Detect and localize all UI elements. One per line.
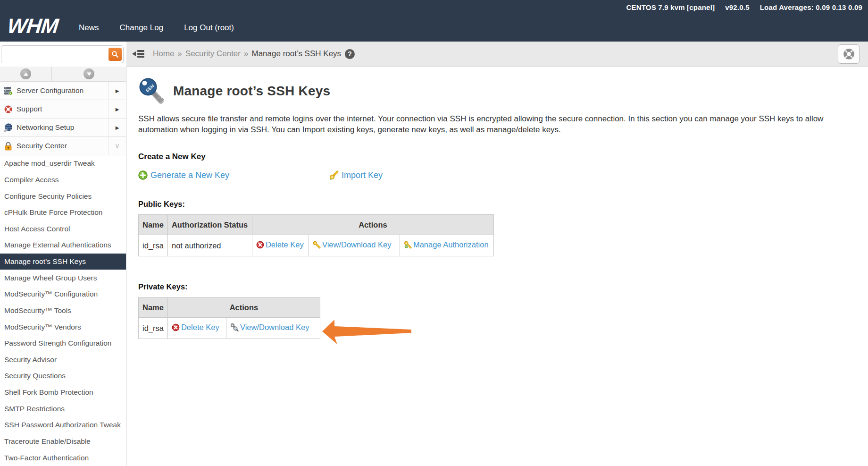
chevron-right-icon: ▶ xyxy=(108,119,126,136)
column-actions: Actions xyxy=(252,215,493,235)
authorization-status-cell: not authorized xyxy=(167,235,252,256)
sidebar-item[interactable]: Apache mod_userdir Tweak xyxy=(0,155,126,172)
manage-authorization-cell: Manage Authorization xyxy=(400,235,493,256)
sidebar-item[interactable]: cPHulk Brute Force Protection xyxy=(0,204,126,221)
category-label: Server Configuration xyxy=(17,86,108,95)
sidebar-item[interactable]: Compiler Access xyxy=(0,172,126,188)
key-icon xyxy=(329,170,339,180)
view-download-key-label: View/Download Key xyxy=(240,323,309,332)
sidebar-item[interactable]: ModSecurity™ Configuration xyxy=(0,286,126,303)
search-input[interactable] xyxy=(1,45,124,63)
collapse-sidebar-icon[interactable] xyxy=(132,49,144,59)
key-name-cell: id_rsa xyxy=(139,318,168,339)
manage-authorization-link[interactable]: Manage Authorization xyxy=(404,240,489,249)
delete-icon xyxy=(172,323,180,331)
sidebar-item-security-center[interactable]: Security Center ∨ xyxy=(0,137,126,155)
delete-key-link[interactable]: Delete Key xyxy=(256,240,304,249)
import-key-label: Import Key xyxy=(342,170,383,180)
sidebar-item-server-configuration[interactable]: Server Configuration ▶ xyxy=(0,82,126,100)
delete-key-cell: Delete Key xyxy=(252,235,309,256)
breadcrumb-home[interactable]: Home xyxy=(153,49,174,59)
sidebar-item[interactable]: Configure Security Policies xyxy=(0,188,126,204)
chevron-right-icon: ▶ xyxy=(108,100,126,118)
column-actions: Actions xyxy=(167,297,320,318)
help-icon[interactable]: ? xyxy=(345,49,355,59)
table-row: id_rsa not authorized Delete Key xyxy=(139,235,494,256)
private-keys-table: Name Actions id_rsa Delete Key xyxy=(138,297,320,339)
sidebar-item[interactable]: Shell Fork Bomb Protection xyxy=(0,384,126,401)
arrow-down-icon xyxy=(83,68,94,79)
view-download-key-link[interactable]: View/Download Key xyxy=(230,323,309,332)
generate-new-key-label: Generate a New Key xyxy=(150,170,229,180)
create-new-key-heading: Create a New Key xyxy=(138,152,868,161)
table-header-row: Name Actions xyxy=(139,297,320,318)
key-icon xyxy=(313,241,321,249)
arrow-up-icon xyxy=(20,68,31,79)
view-download-key-label: View/Download Key xyxy=(322,240,391,249)
support-button[interactable] xyxy=(838,44,860,64)
sidebar-item-manage-root-ssh-keys-selected[interactable]: Manage root’s SSH Keys xyxy=(0,254,126,270)
nav-news[interactable]: News xyxy=(79,23,99,33)
sidebar-item[interactable]: Manage External Authentications xyxy=(0,237,126,254)
import-key-link[interactable]: Import Key xyxy=(329,170,383,180)
public-keys-table: Name Authorization Status Actions id_rsa… xyxy=(138,214,494,256)
lifebuoy-icon xyxy=(4,105,13,114)
padlock-icon xyxy=(4,142,13,151)
sidebar-item[interactable]: Traceroute Enable/Disable xyxy=(0,433,126,450)
sub-header: Home » Security Center » Manage root’s S… xyxy=(0,42,868,67)
sidebar-item[interactable]: SSH Password Authorization Tweak xyxy=(0,417,126,433)
sidebar-item[interactable]: ModSecurity™ Tools xyxy=(0,303,126,319)
search-zone xyxy=(0,42,126,67)
sidebar-item[interactable]: Two-Factor Authentication xyxy=(0,449,126,466)
globe-icon xyxy=(4,123,13,132)
chevron-down-icon: ∨ xyxy=(108,137,126,155)
sidebar-item[interactable]: Security Advisor xyxy=(0,352,126,368)
breadcrumb-security-center[interactable]: Security Center xyxy=(185,49,241,59)
os-info: CENTOS 7.9 kvm [cpanel] xyxy=(626,3,715,11)
nav-change-log[interactable]: Change Log xyxy=(119,23,163,33)
nav-log-out[interactable]: Log Out (root) xyxy=(184,23,234,33)
page-title: Manage root’s SSH Keys xyxy=(173,84,330,99)
private-keys-heading: Private Keys: xyxy=(138,282,868,291)
column-authorization-status: Authorization Status xyxy=(167,215,252,235)
load-averages: Load Averages: 0.09 0.13 0.09 xyxy=(760,3,862,11)
chevron-right-icon: ▶ xyxy=(108,82,126,100)
plus-circle-icon xyxy=(138,170,148,180)
generate-new-key-link[interactable]: Generate a New Key xyxy=(138,170,229,180)
delete-key-label: Delete Key xyxy=(181,323,219,332)
server-icon xyxy=(4,86,13,95)
breadcrumb-separator: » xyxy=(177,49,182,59)
search-icon xyxy=(111,51,119,58)
page-description: SSH allows secure file transfer and remo… xyxy=(138,114,855,135)
view-download-key-link[interactable]: View/Download Key xyxy=(313,240,391,249)
search-button[interactable] xyxy=(108,48,122,61)
ssh-key-icon: SSH xyxy=(138,77,167,105)
sidebar-item[interactable]: Manage Wheel Group Users xyxy=(0,270,126,286)
sidebar-item-support[interactable]: Support ▶ xyxy=(0,100,126,119)
main-navbar: WHM News Change Log Log Out (root) xyxy=(0,14,868,42)
lifebuoy-icon xyxy=(843,48,855,60)
main-content: SSH Manage root’s SSH Keys SSH allows se… xyxy=(126,67,868,466)
key-name-cell: id_rsa xyxy=(139,235,168,256)
sidebar-item[interactable]: ModSecurity™ Vendors xyxy=(0,319,126,335)
whm-logo[interactable]: WHM xyxy=(6,14,59,38)
system-status-bar: CENTOS 7.9 kvm [cpanel] v92.0.5 Load Ave… xyxy=(0,0,868,14)
view-download-key-cell: View/Download Key xyxy=(309,235,400,256)
sidebar-item-networking-setup[interactable]: Networking Setup ▶ xyxy=(0,119,126,137)
category-label: Security Center xyxy=(17,142,108,150)
key-check-icon xyxy=(404,241,412,249)
delete-key-label: Delete Key xyxy=(266,240,304,249)
sidebar-item[interactable]: SMTP Restrictions xyxy=(0,400,126,417)
column-name: Name xyxy=(139,297,168,318)
scroll-down-button[interactable] xyxy=(52,67,126,81)
sidebar-item[interactable]: Password Strength Configuration xyxy=(0,335,126,352)
column-name: Name xyxy=(139,215,168,235)
sidebar-item[interactable]: Host Access Control xyxy=(0,221,126,237)
annotation-arrow-icon xyxy=(322,319,412,345)
breadcrumb-separator: » xyxy=(244,49,248,59)
table-row: id_rsa Delete Key xyxy=(139,318,320,339)
sidebar-item[interactable]: Security Questions xyxy=(0,368,126,384)
delete-key-link[interactable]: Delete Key xyxy=(172,323,219,332)
scroll-up-button[interactable] xyxy=(0,67,52,81)
breadcrumb-current: Manage root’s SSH Keys xyxy=(251,49,341,59)
